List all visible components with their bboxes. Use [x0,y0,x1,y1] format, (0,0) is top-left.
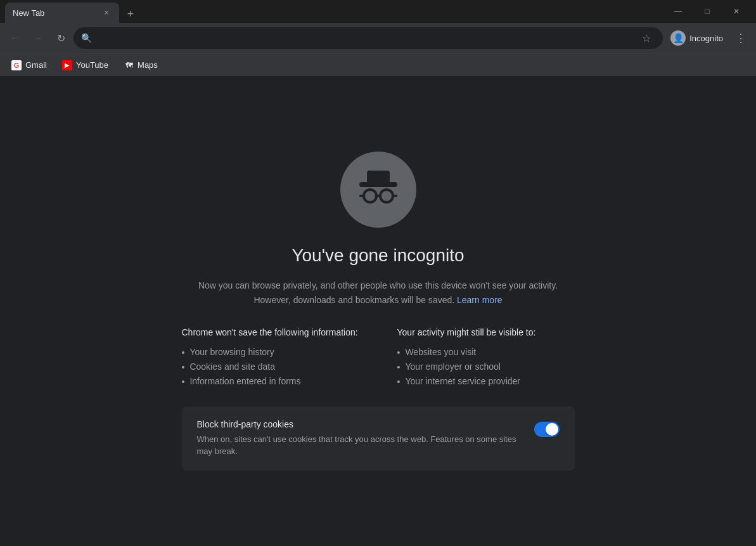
cookie-toggle-container[interactable] [534,422,560,437]
page-title: You've gone incognito [292,245,464,266]
intro-text: Now you can browse privately, and other … [195,278,562,307]
info-columns: Chrome won't save the following informat… [182,327,575,389]
bookmark-gmail[interactable]: G Gmail [5,58,53,73]
list-item: Your employer or school [397,360,575,374]
still-visible-column: Your activity might still be visible to:… [397,327,575,389]
new-tab-button[interactable]: + [122,5,139,23]
list-item: Websites you visit [397,345,575,360]
cookie-text: Block third-party cookies When on, sites… [197,419,524,458]
profile-button[interactable]: 👤 Incognito [665,28,728,48]
wont-save-list: Your browsing history Cookies and site d… [182,345,359,389]
minimize-button[interactable]: — [663,1,693,22]
svg-rect-8 [394,195,397,197]
svg-point-5 [381,190,392,202]
bookmarks-bar: G Gmail ▶ YouTube 🗺 Maps [0,53,756,76]
bookmark-maps[interactable]: 🗺 Maps [117,58,164,73]
youtube-favicon: ▶ [62,60,72,70]
active-tab[interactable]: New Tab × [5,3,119,23]
cookie-box: Block third-party cookies When on, sites… [182,406,575,471]
list-item: Your internet service provider [397,374,575,389]
list-item: Your browsing history [182,345,359,360]
svg-rect-1 [367,171,390,185]
incognito-icon [353,164,404,215]
navigation-bar: ← → ↻ 🔍 ☆ 👤 Incognito ⋮ [0,23,756,53]
still-visible-list: Websites you visit Your employer or scho… [397,345,575,389]
address-input[interactable] [97,33,632,43]
tab-close-button[interactable]: × [101,8,112,18]
forward-button[interactable]: → [28,28,48,48]
gmail-favicon: G [11,60,22,70]
refresh-button[interactable]: ↻ [51,28,71,48]
list-item: Cookies and site data [182,360,359,374]
list-item: Information entered in forms [182,374,359,389]
svg-rect-6 [376,195,381,197]
maps-favicon: 🗺 [124,60,134,70]
cookie-title: Block third-party cookies [197,419,524,429]
main-content: You've gone incognito Now you can browse… [0,76,756,546]
chrome-menu-button[interactable]: ⋮ [731,28,751,48]
block-cookies-toggle[interactable] [534,422,560,437]
svg-rect-7 [359,195,363,197]
maps-label: Maps [138,60,158,70]
tab-strip: New Tab × + [5,0,663,23]
wont-save-column: Chrome won't save the following informat… [182,327,359,389]
youtube-label: YouTube [76,60,108,70]
address-bar-container[interactable]: 🔍 ☆ [74,27,663,49]
wont-save-title: Chrome won't save the following informat… [182,327,359,337]
title-bar: New Tab × + — □ ✕ [0,0,756,23]
bookmark-youtube[interactable]: ▶ YouTube [56,58,115,73]
window-controls: — □ ✕ [663,1,751,22]
profile-label: Incognito [689,34,723,43]
still-visible-title: Your activity might still be visible to: [397,327,575,337]
bookmark-star-icon[interactable]: ☆ [637,29,655,47]
close-button[interactable]: ✕ [722,1,751,22]
maximize-button[interactable]: □ [693,1,722,22]
search-icon: 🔍 [81,33,92,43]
toggle-thumb [546,423,558,436]
back-button[interactable]: ← [5,28,25,48]
svg-point-3 [364,190,376,202]
cookie-description: When on, sites can't use cookies that tr… [197,433,524,458]
tab-title: New Tab [13,8,96,18]
avatar: 👤 [670,30,686,46]
incognito-icon-circle [340,152,416,228]
learn-more-link[interactable]: Learn more [457,295,503,305]
gmail-label: Gmail [25,60,47,70]
